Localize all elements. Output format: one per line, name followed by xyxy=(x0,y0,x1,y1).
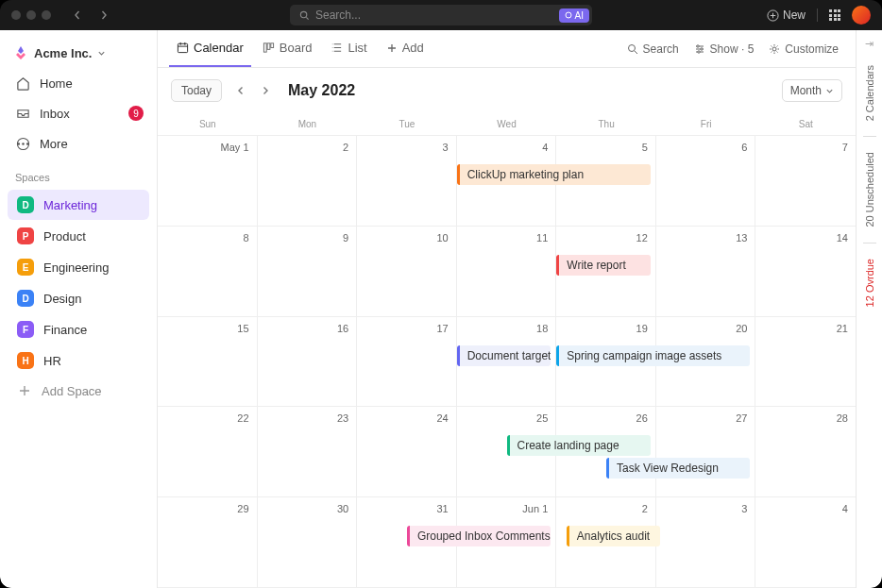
list-icon xyxy=(331,42,343,54)
calendar-event[interactable]: Write report xyxy=(556,255,651,276)
space-label: HR xyxy=(43,354,61,368)
calendar-event[interactable]: Create landing page xyxy=(507,435,651,456)
space-item-marketing[interactable]: DMarketing xyxy=(8,190,149,220)
apps-icon[interactable] xyxy=(829,9,840,21)
calendar-cell[interactable]: 11 xyxy=(457,227,557,317)
add-view-button[interactable]: Add xyxy=(379,31,432,67)
calendar-cell[interactable]: 7 xyxy=(755,136,856,227)
next-month-button[interactable] xyxy=(254,81,277,100)
calendar-cell[interactable]: 30 xyxy=(258,497,358,588)
minimize-dot[interactable] xyxy=(26,10,36,20)
customize-button[interactable]: Customize xyxy=(763,42,844,56)
day-header: Tue xyxy=(357,113,457,135)
space-item-finance[interactable]: FFinance xyxy=(8,314,149,344)
tab-list[interactable]: List xyxy=(323,31,374,67)
calendar-cell[interactable]: 4 xyxy=(755,497,856,588)
spaces-heading: Spaces xyxy=(0,159,157,189)
day-header: Thu xyxy=(556,113,656,135)
global-search[interactable]: Search... AI xyxy=(290,5,592,25)
svg-point-1 xyxy=(566,12,571,18)
day-header: Wed xyxy=(457,113,557,135)
calendar-cell[interactable]: 15 xyxy=(158,317,258,408)
calendar-cell[interactable]: 14 xyxy=(755,227,856,317)
calendar-cell[interactable]: 9 xyxy=(258,227,358,317)
add-space-button[interactable]: Add Space xyxy=(8,377,149,405)
gear-icon xyxy=(769,43,780,55)
rail-divider xyxy=(863,243,876,244)
calendar-cell[interactable]: 29 xyxy=(158,497,258,588)
search-view-button[interactable]: Search xyxy=(621,42,685,56)
calendar-cell[interactable]: 3 xyxy=(656,497,756,588)
calendar-cell[interactable]: 3 xyxy=(357,136,457,227)
calendar-cell[interactable]: 2 xyxy=(258,136,358,227)
nav-more-label: More xyxy=(40,137,68,151)
rail-overdue[interactable]: 12 Ovrdue xyxy=(864,253,875,312)
user-avatar[interactable] xyxy=(852,6,871,25)
rail-calendars[interactable]: 2 Calendars xyxy=(864,59,875,126)
search-icon xyxy=(627,43,638,55)
svg-rect-8 xyxy=(263,43,266,52)
calendar-cell[interactable]: 22 xyxy=(158,407,258,497)
nav-inbox[interactable]: Inbox 9 xyxy=(0,98,157,128)
space-initial-icon: E xyxy=(17,259,34,276)
space-label: Design xyxy=(43,292,81,306)
chevron-down-icon xyxy=(97,49,106,58)
ai-badge[interactable]: AI xyxy=(559,8,589,23)
calendar-cell[interactable]: 23 xyxy=(258,407,358,497)
inbox-icon xyxy=(15,106,30,121)
calendar-cell[interactable]: May 1 xyxy=(158,136,258,227)
space-item-design[interactable]: DDesign xyxy=(8,283,149,313)
nav-more[interactable]: More xyxy=(0,128,157,159)
calendar-event[interactable]: Task View Redesign xyxy=(606,458,750,479)
space-item-hr[interactable]: HHR xyxy=(8,345,149,376)
day-header-row: SunMonTueWedThuFriSat xyxy=(158,113,856,136)
divider xyxy=(817,8,818,22)
new-button[interactable]: New xyxy=(767,8,806,22)
inbox-badge: 9 xyxy=(128,106,144,121)
forward-button[interactable] xyxy=(93,6,115,25)
sliders-icon xyxy=(694,43,705,55)
tab-calendar[interactable]: Calendar xyxy=(169,31,251,67)
svg-point-0 xyxy=(300,11,306,17)
nav-home[interactable]: Home xyxy=(0,68,157,98)
prev-month-button[interactable] xyxy=(229,81,252,100)
calendar-cell[interactable]: 8 xyxy=(158,227,258,317)
calendar-cell[interactable]: 24 xyxy=(357,407,457,497)
calendar-cell[interactable]: 17 xyxy=(357,317,457,408)
right-rail: ⇥ 2 Calendars 20 Unscheduled 12 Ovrdue xyxy=(856,30,882,588)
calendar-cell[interactable]: 27 xyxy=(656,407,756,497)
board-icon xyxy=(263,42,275,54)
month-title: May 2022 xyxy=(288,82,355,99)
workspace-switcher[interactable]: Acme Inc. xyxy=(0,38,157,68)
maximize-dot[interactable] xyxy=(42,10,51,20)
space-label: Finance xyxy=(43,323,87,337)
calendar-event[interactable]: Grouped Inbox Comments xyxy=(407,526,551,546)
calendar-cell[interactable]: 16 xyxy=(258,317,358,408)
nav-inbox-label: Inbox xyxy=(40,107,70,121)
show-button[interactable]: Show · 5 xyxy=(688,42,760,56)
calendar-cell[interactable]: 21 xyxy=(755,317,856,408)
rail-unscheduled[interactable]: 20 Unscheduled xyxy=(864,146,875,233)
space-item-engineering[interactable]: EEngineering xyxy=(8,252,149,282)
range-selector[interactable]: Month xyxy=(782,79,842,102)
close-dot[interactable] xyxy=(11,10,21,20)
calendar-cell[interactable]: 10 xyxy=(357,227,457,317)
back-button[interactable] xyxy=(66,6,89,25)
window-controls xyxy=(11,10,51,20)
collapse-rail-button[interactable]: ⇥ xyxy=(865,38,874,50)
space-initial-icon: D xyxy=(17,196,34,213)
tab-board[interactable]: Board xyxy=(255,31,320,67)
calendar-event[interactable]: Document target users xyxy=(457,345,551,366)
calendar-event[interactable]: ClickUp marketing plan xyxy=(457,164,651,185)
workspace-logo-icon xyxy=(13,45,28,60)
calendar-event[interactable]: Analytics audit xyxy=(567,526,661,546)
calendar-cell[interactable]: 6 xyxy=(656,136,756,227)
calendar-cell[interactable]: 28 xyxy=(755,407,856,497)
calendar-event[interactable]: Spring campaign image assets xyxy=(556,345,750,366)
today-button[interactable]: Today xyxy=(171,79,222,102)
calendar-header: Today May 2022 Month xyxy=(158,68,856,113)
space-item-product[interactable]: PProduct xyxy=(8,221,149,251)
add-space-label: Add Space xyxy=(42,384,102,398)
calendar-cell[interactable]: 13 xyxy=(656,227,756,317)
svg-point-13 xyxy=(700,47,702,49)
